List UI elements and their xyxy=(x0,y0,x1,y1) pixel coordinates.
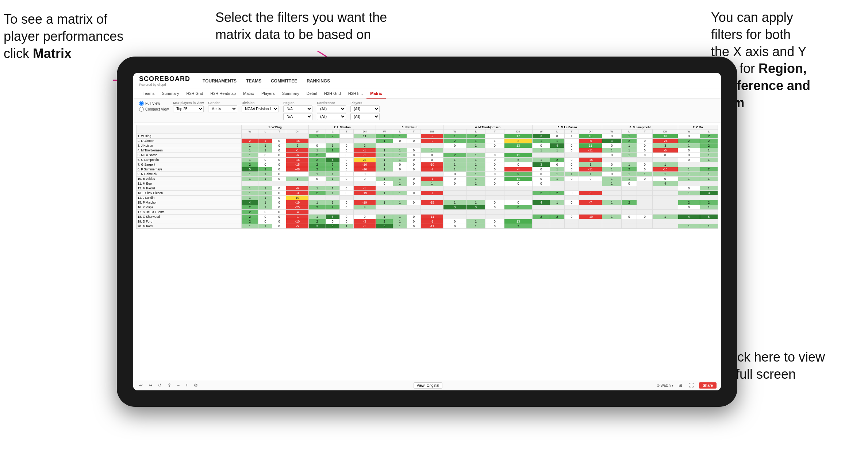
cell-3-10: 0 xyxy=(407,148,421,153)
compact-view-input[interactable] xyxy=(139,107,144,112)
sub-w1: W xyxy=(241,130,258,134)
view-original-btn[interactable]: View: Original xyxy=(414,382,443,389)
cell-14-21: 2 xyxy=(621,200,637,205)
col-5-sasso: 5. M La Sasso xyxy=(532,125,602,130)
cell-13-4 xyxy=(309,196,326,200)
cell-15-16 xyxy=(532,205,550,210)
cell-3-15 xyxy=(504,148,532,153)
tab-matrix-1[interactable]: Matrix xyxy=(239,89,258,99)
share-btn[interactable]: Share xyxy=(699,382,717,389)
filter-row: Full View Compact View Max players in vi… xyxy=(133,99,721,123)
undo-btn[interactable]: ↩ xyxy=(138,382,144,389)
cell-18-3: -10 xyxy=(286,219,309,224)
region-select-1[interactable]: N/A xyxy=(283,105,312,112)
nav-teams[interactable]: TEAMS xyxy=(245,78,263,84)
cell-3-25: 1 xyxy=(700,148,718,153)
cell-19-6: 1 xyxy=(339,224,353,229)
share-small-btn[interactable]: ⇪ xyxy=(166,382,173,389)
row-header-16: 17. S De La Fuente xyxy=(137,210,242,215)
cell-1-0: 2 xyxy=(241,139,258,143)
division-select[interactable]: NCAA Division I xyxy=(242,105,279,112)
cell-15-18 xyxy=(564,205,579,210)
tab-h2h-grid-1[interactable]: H2H Grid xyxy=(183,89,207,99)
fullscreen-btn[interactable]: ⛶ xyxy=(687,382,695,389)
nav-rankings[interactable]: RANKINGS xyxy=(305,78,331,84)
cell-8-19: 1 xyxy=(579,172,602,177)
cell-14-3: -19 xyxy=(286,200,309,205)
tab-summary-1[interactable]: Summary xyxy=(158,89,183,99)
cell-4-0: 1 xyxy=(241,153,258,158)
cell-18-20 xyxy=(602,219,621,224)
region-select-2[interactable]: N/A xyxy=(283,113,312,120)
cell-5-22 xyxy=(637,158,653,162)
tab-players[interactable]: Players xyxy=(258,89,279,99)
cell-6-22: 0 xyxy=(637,162,653,167)
conference-group: Conference (All) (All) xyxy=(317,101,346,120)
zoom-in-btn[interactable]: + xyxy=(184,382,189,389)
tab-summary-2[interactable]: Summary xyxy=(279,89,303,99)
tablet-screen: SCOREBOARD Powered by clippd TOURNAMENTS… xyxy=(133,73,721,390)
cell-16-2: 0 xyxy=(272,210,286,215)
cell-15-5: 2 xyxy=(326,205,339,210)
cell-14-17: 1 xyxy=(550,200,565,205)
cell-4-21: 1 xyxy=(621,153,637,158)
tab-detail[interactable]: Detail xyxy=(303,89,320,99)
logo-title: SCOREBOARD xyxy=(139,75,190,83)
cell-9-21: 1 xyxy=(621,177,637,181)
cell-4-19 xyxy=(579,153,602,158)
zoom-out-btn[interactable]: − xyxy=(176,382,181,389)
tab-h2h-heatmap[interactable]: H2H Heatmap xyxy=(207,89,239,99)
cell-9-6: 0 xyxy=(339,177,353,181)
tab-h2htr[interactable]: H2HTr... xyxy=(345,89,367,99)
cell-14-11: -15 xyxy=(421,200,443,205)
toolbar-center: View: Original xyxy=(414,382,443,389)
cell-19-1: 1 xyxy=(258,224,272,229)
cell-12-18: 0 xyxy=(564,191,579,196)
nav-committee[interactable]: COMMITTEE xyxy=(269,78,299,84)
cell-4-18 xyxy=(564,153,579,158)
cell-16-7 xyxy=(353,210,376,215)
cell-17-7: 0 xyxy=(353,215,376,219)
conference-select-2[interactable]: (All) xyxy=(317,113,346,120)
cell-18-8: 2 xyxy=(376,219,393,224)
cell-7-13: 1 xyxy=(466,167,485,172)
cell-12-7: -19 xyxy=(353,191,376,196)
cell-4-8: 1 xyxy=(376,153,393,158)
redo-btn[interactable]: ↪ xyxy=(147,382,154,389)
cell-16-14 xyxy=(485,210,504,215)
max-players-select[interactable]: Top 25 xyxy=(173,105,204,112)
players-select-1[interactable]: (All) xyxy=(350,105,380,112)
cell-15-20 xyxy=(602,205,621,210)
refresh-btn[interactable]: ↺ xyxy=(157,382,163,389)
cell-15-4: 2 xyxy=(309,205,326,210)
cell-19-24: 1 xyxy=(678,224,700,229)
cell-17-25: 5 xyxy=(700,215,718,219)
cell-17-11: -11 xyxy=(421,215,443,219)
cell-16-6 xyxy=(339,210,353,215)
cell-12-14 xyxy=(485,191,504,196)
players-select-2[interactable]: (All) xyxy=(350,113,380,120)
settings-btn[interactable]: ⚙ xyxy=(192,382,199,389)
cell-17-4: 1 xyxy=(309,215,326,219)
conference-select-1[interactable]: (All) xyxy=(317,105,346,112)
cell-13-14 xyxy=(485,196,504,200)
tab-h2h-grid-2[interactable]: H2H Grid xyxy=(320,89,345,99)
full-view-radio[interactable]: Full View xyxy=(139,101,169,106)
full-view-input[interactable] xyxy=(139,101,144,106)
cell-12-23 xyxy=(653,191,678,196)
cell-8-9 xyxy=(393,172,407,177)
cell-8-4: 1 xyxy=(309,172,326,177)
col-7-ga: 7. G Sa xyxy=(678,125,718,130)
tab-matrix-active[interactable]: Matrix xyxy=(366,89,385,99)
nav-tournaments[interactable]: TOURNAMENTS xyxy=(201,78,238,84)
tab-teams[interactable]: Teams xyxy=(139,89,158,99)
layout-btn[interactable]: ⊞ xyxy=(677,382,684,389)
gender-select[interactable]: Men's xyxy=(208,105,237,112)
cell-17-10: 0 xyxy=(407,215,421,219)
cell-3-14 xyxy=(485,148,504,153)
annotation-bottomright: Click here to view in full screen xyxy=(722,349,857,383)
compact-view-radio[interactable]: Compact View xyxy=(139,107,169,112)
cell-5-23 xyxy=(653,158,678,162)
cell-19-9: 1 xyxy=(393,224,407,229)
cell-13-12 xyxy=(443,196,466,200)
